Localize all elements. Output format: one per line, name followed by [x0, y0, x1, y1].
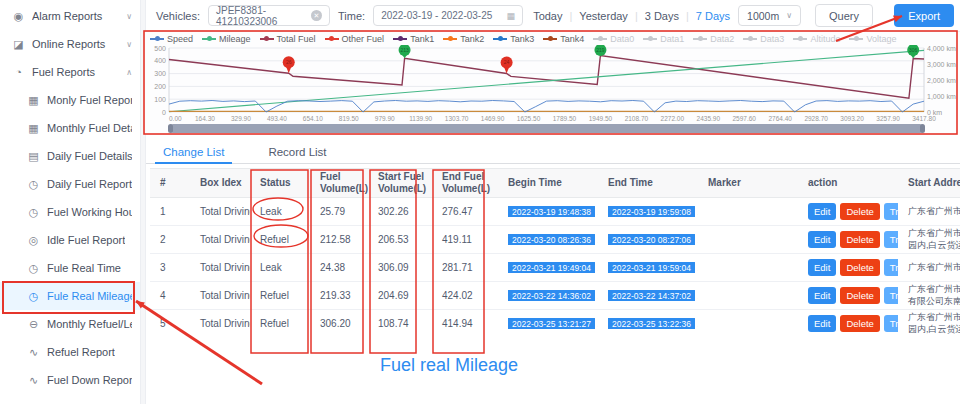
cell-action: EditDeleteTrack — [798, 287, 898, 304]
sidebar-section[interactable]: ◉ Alarm Reports ∨ — [0, 2, 140, 30]
annotation-caption: Fuel real Mileage — [380, 355, 518, 376]
edit-button[interactable]: Edit — [808, 287, 836, 304]
svg-text:306: 306 — [909, 47, 918, 53]
begin-time-badge[interactable]: 2022-03-19 19:48:38 — [508, 206, 595, 217]
legend-item[interactable]: Speed — [150, 34, 193, 44]
tab-change-list[interactable]: Change List — [163, 140, 224, 163]
edit-button[interactable]: Edit — [808, 259, 836, 276]
legend-item[interactable]: Tank1 — [393, 34, 434, 44]
svg-text:1949.50: 1949.50 — [589, 115, 613, 122]
delete-button[interactable]: Delete — [840, 259, 879, 276]
begin-time-badge[interactable]: 2022-03-21 19:49:04 — [508, 262, 595, 273]
svg-text:0: 0 — [162, 109, 166, 116]
cell-action: EditDeleteTrack — [798, 231, 898, 248]
svg-text:2597.60: 2597.60 — [732, 115, 756, 122]
sidebar-item-refuel-report[interactable]: ∿ Refuel Report — [0, 338, 140, 366]
svg-text:1139.90: 1139.90 — [409, 115, 432, 122]
chevron-down-icon: ∨ — [786, 11, 792, 20]
range-yesterday[interactable]: Yesterday — [579, 10, 628, 22]
cell-start-address: 广东省广州市番禺 — [898, 262, 960, 273]
delete-button[interactable]: Delete — [840, 231, 879, 248]
range-3-days[interactable]: 3 Days — [645, 10, 679, 22]
svg-text:1,000 km: 1,000 km — [927, 93, 956, 100]
sidebar-item-daily-fuel-report[interactable]: ◷ Daily Fuel Report — [0, 170, 140, 198]
legend-item[interactable]: Altitude — [793, 34, 840, 44]
legend-item[interactable]: Tank4 — [543, 34, 584, 44]
end-time-badge[interactable]: 2022-03-20 08:27:06 — [608, 234, 695, 245]
delete-button[interactable]: Delete — [840, 315, 879, 332]
distance-select[interactable]: 1000m ∨ — [738, 5, 801, 26]
legend-item[interactable]: Voltage — [849, 34, 896, 44]
cell-start-address: 广东省广州市番禺 — [898, 206, 960, 217]
cell-begin-time: 2022-03-22 14:36:02… — [498, 290, 598, 301]
end-time-badge[interactable]: 2022-03-22 14:37:02 — [608, 290, 695, 301]
svg-text:2435.90: 2435.90 — [697, 115, 721, 122]
svg-text:300: 300 — [154, 70, 166, 77]
query-button[interactable]: Query — [815, 4, 873, 27]
vehicles-input[interactable]: JPEF8381-41210323006 ✕ — [208, 5, 330, 26]
sidebar-item-fule-real-time[interactable]: ◷ Fule Real Time — [0, 254, 140, 282]
range-today[interactable]: Today — [533, 10, 562, 22]
sidebar-item-monthly-refuel-leak[interactable]: ⊖ Monthly Refuel/Leak — [0, 310, 140, 338]
legend-item[interactable]: Mileage — [202, 34, 251, 44]
track-button[interactable]: Track — [884, 203, 898, 220]
svg-text:3093.20: 3093.20 — [840, 115, 864, 122]
column-header: Box Idex — [190, 177, 250, 189]
clear-icon[interactable]: ✕ — [311, 10, 322, 21]
begin-time-badge[interactable]: 2022-03-25 13:21:27 — [508, 318, 595, 329]
sidebar-item-monthly-fuel-details[interactable]: ▦ Monthly Fuel Details — [0, 114, 140, 142]
sidebar-item-fule-real-mileage[interactable]: ◷ Fule Real Mileage — [0, 282, 140, 310]
begin-time-badge[interactable]: 2022-03-22 14:36:02 — [508, 290, 595, 301]
svg-text:2764.40: 2764.40 — [768, 115, 792, 122]
svg-text:500: 500 — [154, 45, 166, 52]
tab-record-list[interactable]: Record List — [268, 140, 326, 163]
legend-item[interactable]: Total Fuel — [260, 34, 316, 44]
svg-text:4,000 km: 4,000 km — [927, 45, 956, 52]
end-time-badge[interactable]: 2022-03-21 19:59:04 — [608, 262, 695, 273]
track-button[interactable]: Track — [884, 259, 898, 276]
chevron-down-icon: ∨ — [126, 40, 132, 49]
cell-fuel-volume: 306.20 — [310, 318, 368, 329]
end-time-badge[interactable]: 2022-03-25 13:22:36 — [608, 318, 695, 329]
cell-end-fuel-volume: 424.02 — [432, 290, 498, 301]
track-button[interactable]: Track — [884, 287, 898, 304]
track-button[interactable]: Track — [884, 231, 898, 248]
sidebar-section[interactable]: ◪ Online Reports ∨ — [0, 30, 140, 58]
delete-button[interactable]: Delete — [840, 203, 879, 220]
cell-box-index: Total Driving — [190, 206, 250, 217]
sidebar-item-fuel-down-report[interactable]: ∿ Fuel Down Report — [0, 366, 140, 394]
column-header: action — [798, 177, 898, 189]
clock-icon: ◷ — [27, 290, 40, 303]
legend-item[interactable]: Data0 — [593, 34, 634, 44]
list-icon: ▤ — [27, 150, 40, 163]
sidebar-item-monly-fuel-report[interactable]: ▦ Monly Fuel Report — [0, 86, 140, 114]
cell-begin-time: 2022-03-20 08:26:36… — [498, 234, 598, 245]
delete-button[interactable]: Delete — [840, 287, 879, 304]
cell-index: 5 — [150, 318, 190, 329]
edit-button[interactable]: Edit — [808, 315, 836, 332]
svg-text:1625.50: 1625.50 — [517, 115, 541, 122]
edit-button[interactable]: Edit — [808, 231, 836, 248]
legend-marker — [593, 36, 607, 42]
legend-item[interactable]: Tank2 — [443, 34, 484, 44]
sidebar-item-fuel-working-hours[interactable]: ◷ Fuel Working Hours — [0, 198, 140, 226]
sidebar-item-daily-fuel-details[interactable]: ▤ Daily Fuel Details — [0, 142, 140, 170]
begin-time-badge[interactable]: 2022-03-20 08:26:36 — [508, 234, 595, 245]
sidebar-item-idle-fuel-report[interactable]: ◎ Idle Fuel Report — [0, 226, 140, 254]
track-button[interactable]: Track — [884, 315, 898, 332]
export-button[interactable]: Export — [894, 4, 954, 27]
chart-zoom-slider[interactable] — [169, 124, 924, 133]
legend-item[interactable]: Data1 — [643, 34, 684, 44]
date-range-input[interactable]: 2022-03-19 - 2022-03-25 ▦ — [373, 5, 523, 26]
legend-item[interactable]: Tank3 — [493, 34, 534, 44]
cell-status: Leak — [250, 262, 310, 273]
range-7-days[interactable]: 7 Days — [696, 10, 730, 22]
cell-start-address: 广东省广州市从化 有限公司东南535 — [898, 284, 960, 307]
legend-marker — [325, 36, 339, 42]
legend-item[interactable]: Data3 — [743, 34, 784, 44]
edit-button[interactable]: Edit — [808, 203, 836, 220]
end-time-badge[interactable]: 2022-03-19 19:59:08 — [608, 206, 695, 217]
legend-item[interactable]: Other Fuel — [325, 34, 385, 44]
sidebar-section[interactable]: ◔ Fuel Reports ∧ — [0, 58, 140, 86]
legend-item[interactable]: Data2 — [693, 34, 734, 44]
